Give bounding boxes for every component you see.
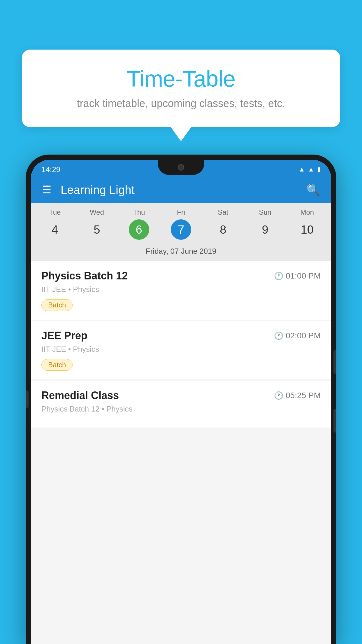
calendar-day-wed[interactable]: Wed 5 xyxy=(78,208,116,243)
speech-bubble-subtitle: track timetable, upcoming classes, tests… xyxy=(39,97,323,110)
day-number-10: 10 xyxy=(297,219,317,240)
schedule-title-2: JEE Prep xyxy=(41,330,87,342)
schedule-title-3: Remedial Class xyxy=(41,389,119,402)
day-label-mon: Mon xyxy=(300,208,314,216)
phone-screen: 14:29 ▲ ▲ ▮ ☰ Learning Light 🔍 Tue 4 Wed xyxy=(31,160,331,644)
day-number-9: 9 xyxy=(255,219,275,240)
phone-notch xyxy=(158,160,204,175)
day-number-8: 8 xyxy=(213,219,233,240)
calendar-day-sun[interactable]: Sun 9 xyxy=(246,208,284,243)
phone-volume-button xyxy=(26,391,29,408)
batch-badge-2: Batch xyxy=(41,359,73,371)
day-label-tue: Tue xyxy=(49,208,61,216)
schedule-subtitle-3: Physics Batch 12 • Physics xyxy=(41,405,321,414)
calendar-header: Tue 4 Wed 5 Thu 6 Fri 7 Sat 8 xyxy=(31,203,331,261)
speech-bubble: Time-Table track timetable, upcoming cla… xyxy=(22,50,340,127)
schedule-item-header-3: Remedial Class 🕐 05:25 PM xyxy=(41,389,321,402)
calendar-day-thu[interactable]: Thu 6 xyxy=(120,208,158,243)
hamburger-menu-icon[interactable]: ☰ xyxy=(40,181,54,198)
day-label-sun: Sun xyxy=(259,208,271,216)
speech-bubble-title: Time-Table xyxy=(39,66,323,92)
day-label-thu: Thu xyxy=(133,208,145,216)
day-number-5: 5 xyxy=(87,219,107,240)
selected-date-label: Friday, 07 June 2019 xyxy=(31,243,331,261)
calendar-day-sat[interactable]: Sat 8 xyxy=(204,208,242,243)
status-time: 14:29 xyxy=(41,165,60,174)
schedule-time-1: 🕐 01:00 PM xyxy=(274,271,321,281)
app-bar: ☰ Learning Light 🔍 xyxy=(31,177,331,203)
phone-power-button-2 xyxy=(333,409,336,433)
day-label-wed: Wed xyxy=(90,208,104,216)
front-camera xyxy=(178,164,184,171)
search-icon[interactable]: 🔍 xyxy=(304,181,322,199)
schedule-subtitle-2: IIT JEE • Physics xyxy=(41,345,321,354)
batch-badge-1: Batch xyxy=(41,299,73,311)
schedule-time-2: 🕐 02:00 PM xyxy=(274,331,321,340)
clock-icon-1: 🕐 xyxy=(274,272,283,281)
schedule-item-remedial[interactable]: Remedial Class 🕐 05:25 PM Physics Batch … xyxy=(31,381,331,428)
calendar-day-row: Tue 4 Wed 5 Thu 6 Fri 7 Sat 8 xyxy=(31,208,331,243)
clock-icon-3: 🕐 xyxy=(274,391,283,400)
calendar-day-mon[interactable]: Mon 10 xyxy=(288,208,326,243)
phone-frame: 14:29 ▲ ▲ ▮ ☰ Learning Light 🔍 Tue 4 Wed xyxy=(26,155,336,644)
status-icons: ▲ ▲ ▮ xyxy=(298,166,321,173)
day-label-sat: Sat xyxy=(218,208,228,216)
schedule-subtitle-1: IIT JEE • Physics xyxy=(41,285,321,294)
day-number-6: 6 xyxy=(129,219,149,240)
signal-icon: ▲ xyxy=(308,166,314,173)
day-number-7: 7 xyxy=(171,219,191,240)
phone-power-button xyxy=(333,350,336,374)
day-number-4: 4 xyxy=(45,219,65,240)
calendar-day-tue[interactable]: Tue 4 xyxy=(36,208,74,243)
schedule-item-jee-prep[interactable]: JEE Prep 🕐 02:00 PM IIT JEE • Physics Ba… xyxy=(31,321,331,380)
calendar-day-fri[interactable]: Fri 7 xyxy=(162,208,200,243)
wifi-icon: ▲ xyxy=(298,166,305,173)
schedule-list: Physics Batch 12 🕐 01:00 PM IIT JEE • Ph… xyxy=(31,261,331,429)
schedule-item-header-2: JEE Prep 🕐 02:00 PM xyxy=(41,330,321,342)
schedule-time-3: 🕐 05:25 PM xyxy=(274,391,321,400)
day-label-fri: Fri xyxy=(177,208,185,216)
schedule-item-header-1: Physics Batch 12 🕐 01:00 PM xyxy=(41,270,321,282)
clock-icon-2: 🕐 xyxy=(274,331,283,340)
battery-icon: ▮ xyxy=(317,166,321,173)
app-title: Learning Light xyxy=(61,183,297,197)
schedule-item-physics-batch[interactable]: Physics Batch 12 🕐 01:00 PM IIT JEE • Ph… xyxy=(31,261,331,320)
schedule-title-1: Physics Batch 12 xyxy=(41,270,128,282)
